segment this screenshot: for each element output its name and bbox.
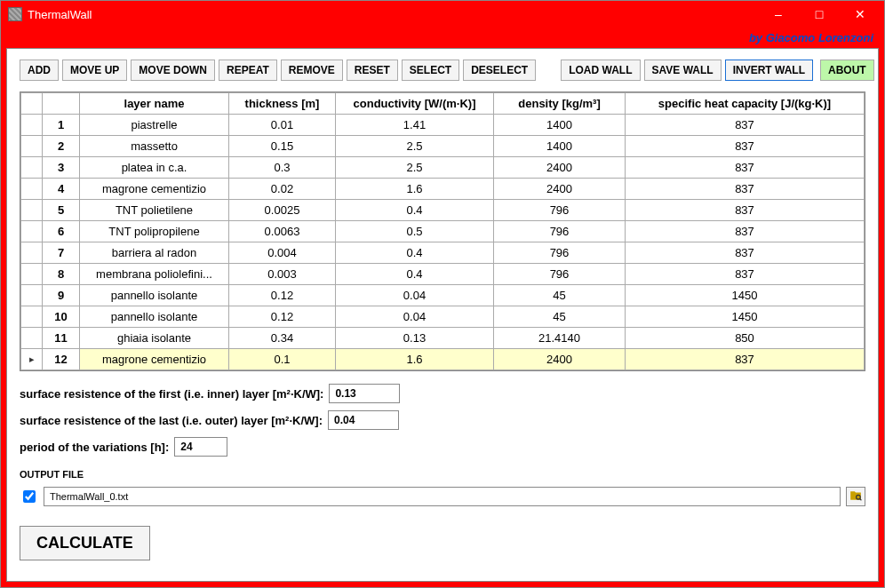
deselect-button[interactable]: DESELECT	[463, 60, 536, 81]
invert-wall-button[interactable]: INVERT WALL	[725, 60, 813, 81]
save-wall-button[interactable]: SAVE WALL	[644, 60, 722, 81]
cell-conductivity[interactable]: 1.6	[336, 179, 494, 200]
table-row[interactable]: 6TNT polipropilene0.00630.5796837	[21, 221, 865, 242]
calculate-button[interactable]: CALCULATE	[20, 526, 150, 560]
cell-density[interactable]: 2400	[494, 179, 626, 200]
header-density[interactable]: density [kg/m³]	[494, 93, 626, 115]
move-down-button[interactable]: MOVE DOWN	[131, 60, 215, 81]
cell-density[interactable]: 21.4140	[494, 328, 626, 349]
cell-conductivity[interactable]: 1.41	[336, 115, 494, 136]
cell-layer-name[interactable]: magrone cementizio	[80, 349, 229, 370]
cell-thickness[interactable]: 0.004	[229, 242, 336, 264]
remove-button[interactable]: REMOVE	[281, 60, 343, 81]
table-row[interactable]: 9pannello isolante0.120.04451450	[21, 285, 865, 306]
cell-density[interactable]: 45	[494, 285, 626, 306]
output-enable-checkbox[interactable]	[23, 490, 36, 503]
move-up-button[interactable]: MOVE UP	[62, 60, 127, 81]
cell-thickness[interactable]: 0.12	[229, 285, 336, 306]
browse-button[interactable]	[846, 487, 865, 506]
cell-conductivity[interactable]: 0.4	[336, 264, 494, 285]
cell-layer-name[interactable]: massetto	[80, 136, 229, 157]
cell-density[interactable]: 796	[494, 264, 626, 285]
cell-thickness[interactable]: 0.34	[229, 328, 336, 349]
cell-shc[interactable]: 837	[626, 242, 865, 264]
cell-thickness[interactable]: 0.3	[229, 157, 336, 179]
cell-layer-name[interactable]: membrana poliolefini...	[80, 264, 229, 285]
cell-density[interactable]: 796	[494, 200, 626, 221]
cell-density[interactable]: 796	[494, 242, 626, 264]
table-row[interactable]: 8membrana poliolefini...0.0030.4796837	[21, 264, 865, 285]
period-input[interactable]	[174, 437, 227, 457]
add-button[interactable]: ADD	[20, 60, 59, 81]
cell-layer-name[interactable]: TNT polietilene	[80, 200, 229, 221]
table-row[interactable]: 3platea in c.a.0.32.52400837	[21, 157, 865, 179]
about-button[interactable]: ABOUT	[820, 60, 874, 81]
maximize-button[interactable]: □	[799, 1, 840, 28]
cell-shc[interactable]: 837	[626, 221, 865, 242]
close-button[interactable]: ✕	[840, 1, 881, 28]
header-shc[interactable]: specific heat capacity [J/(kg·K)]	[626, 93, 865, 115]
cell-conductivity[interactable]: 0.04	[336, 306, 494, 328]
cell-thickness[interactable]: 0.12	[229, 306, 336, 328]
cell-conductivity[interactable]: 2.5	[336, 136, 494, 157]
cell-layer-name[interactable]: pannello isolante	[80, 285, 229, 306]
table-row[interactable]: 2massetto0.152.51400837	[21, 136, 865, 157]
cell-layer-name[interactable]: pannello isolante	[80, 306, 229, 328]
repeat-button[interactable]: REPEAT	[219, 60, 277, 81]
table-row[interactable]: 10pannello isolante0.120.04451450	[21, 306, 865, 328]
cell-layer-name[interactable]: barriera al radon	[80, 242, 229, 264]
header-conductivity[interactable]: conductivity [W/(m·K)]	[336, 93, 494, 115]
cell-conductivity[interactable]: 0.4	[336, 242, 494, 264]
header-thickness[interactable]: thickness [m]	[229, 93, 336, 115]
table-row[interactable]: ▸12magrone cementizio0.11.62400837	[21, 349, 865, 370]
cell-shc[interactable]: 837	[626, 179, 865, 200]
cell-thickness[interactable]: 0.003	[229, 264, 336, 285]
cell-shc[interactable]: 837	[626, 136, 865, 157]
minimize-button[interactable]: –	[758, 1, 799, 28]
cell-conductivity[interactable]: 0.13	[336, 328, 494, 349]
cell-shc[interactable]: 837	[626, 349, 865, 370]
row-number: 3	[43, 157, 80, 179]
cell-thickness[interactable]: 0.0025	[229, 200, 336, 221]
cell-layer-name[interactable]: platea in c.a.	[80, 157, 229, 179]
table-row[interactable]: 11ghiaia isolante0.340.1321.4140850	[21, 328, 865, 349]
cell-density[interactable]: 796	[494, 221, 626, 242]
cell-thickness[interactable]: 0.15	[229, 136, 336, 157]
rse-input[interactable]	[328, 410, 399, 430]
cell-shc[interactable]: 850	[626, 328, 865, 349]
cell-conductivity[interactable]: 0.4	[336, 200, 494, 221]
cell-shc[interactable]: 837	[626, 200, 865, 221]
cell-density[interactable]: 2400	[494, 349, 626, 370]
cell-density[interactable]: 1400	[494, 136, 626, 157]
table-row[interactable]: 4magrone cementizio0.021.62400837	[21, 179, 865, 200]
select-button[interactable]: SELECT	[402, 60, 459, 81]
load-wall-button[interactable]: LOAD WALL	[561, 60, 640, 81]
cell-shc[interactable]: 837	[626, 115, 865, 136]
cell-layer-name[interactable]: piastrelle	[80, 115, 229, 136]
header-layer-name[interactable]: layer name	[80, 93, 229, 115]
cell-shc[interactable]: 1450	[626, 285, 865, 306]
cell-thickness[interactable]: 0.02	[229, 179, 336, 200]
cell-layer-name[interactable]: magrone cementizio	[80, 179, 229, 200]
table-row[interactable]: 7barriera al radon0.0040.4796837	[21, 242, 865, 264]
cell-shc[interactable]: 1450	[626, 306, 865, 328]
cell-thickness[interactable]: 0.1	[229, 349, 336, 370]
cell-conductivity[interactable]: 2.5	[336, 157, 494, 179]
cell-layer-name[interactable]: ghiaia isolante	[80, 328, 229, 349]
cell-density[interactable]: 1400	[494, 115, 626, 136]
table-row[interactable]: 5TNT polietilene0.00250.4796837	[21, 200, 865, 221]
cell-thickness[interactable]: 0.01	[229, 115, 336, 136]
cell-density[interactable]: 45	[494, 306, 626, 328]
cell-conductivity[interactable]: 0.5	[336, 221, 494, 242]
cell-shc[interactable]: 837	[626, 157, 865, 179]
cell-shc[interactable]: 837	[626, 264, 865, 285]
cell-conductivity[interactable]: 0.04	[336, 285, 494, 306]
cell-conductivity[interactable]: 1.6	[336, 349, 494, 370]
output-file-path[interactable]: ThermalWall_0.txt	[44, 487, 841, 506]
reset-button[interactable]: RESET	[347, 60, 398, 81]
cell-thickness[interactable]: 0.0063	[229, 221, 336, 242]
table-row[interactable]: 1piastrelle0.011.411400837	[21, 115, 865, 136]
rsi-input[interactable]	[329, 384, 400, 403]
cell-density[interactable]: 2400	[494, 157, 626, 179]
cell-layer-name[interactable]: TNT polipropilene	[80, 221, 229, 242]
